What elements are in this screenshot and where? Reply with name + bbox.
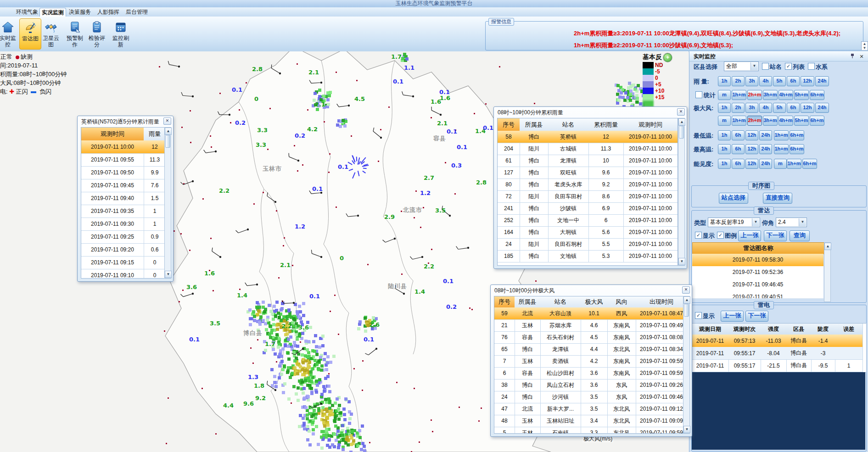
toolbar-radar-button[interactable]: 雷达图 <box>19 18 41 50</box>
interval-button-4h+m[interactable]: 4h+m <box>778 90 793 100</box>
interval-button-12h[interactable]: 12h <box>745 159 758 169</box>
rain-accum-popup-row[interactable]: 61博白龙潭镇102019-07-11 10:00 <box>498 155 678 167</box>
wind-max-popup-scroll-down-icon[interactable]: ▼ <box>683 426 690 433</box>
toolbar-calendar-button[interactable]: 监控刷新 <box>110 18 131 49</box>
station-rain-popup-row[interactable]: 2019-07-11 09:100 <box>81 269 166 279</box>
station-rain-popup-scrollbar[interactable]: ▲▼ <box>164 127 171 279</box>
interval-button-1h+m[interactable]: 1h+m <box>774 130 789 140</box>
toolbar-satellite-button[interactable]: 卫星云图 <box>40 18 62 49</box>
station-rain-popup-row[interactable]: 2019-07-11 09:509.9 <box>81 166 166 179</box>
district-列表-checkbox[interactable]: ✓ <box>785 63 792 70</box>
radar-list-scrollbar[interactable]: ▲ <box>824 242 831 302</box>
radar-image-item[interactable]: 2019-07-11 09:46:45 <box>692 279 823 291</box>
station-rain-popup-row[interactable]: 2019-07-11 09:351 <box>81 205 166 218</box>
menu-tab-2[interactable]: 实况监测 <box>39 8 66 17</box>
menu-tab-3[interactable]: 决策服务 <box>68 8 92 16</box>
query-button[interactable]: 查询 <box>790 230 810 241</box>
interval-button-3h[interactable]: 3h <box>745 103 758 113</box>
wind-max-popup-close-icon[interactable]: ✕ <box>682 286 690 294</box>
stat-checkbox[interactable] <box>695 91 702 98</box>
interval-button-m[interactable]: m <box>718 90 731 100</box>
station-rain-popup-row[interactable]: 2019-07-11 09:250.9 <box>81 230 166 243</box>
rain-accum-popup-scrollbar[interactable]: ▲▼ <box>678 118 685 266</box>
direct-query-button[interactable]: 直接查询 <box>763 193 792 204</box>
interval-button-6h+m[interactable]: 6h+m <box>810 90 824 100</box>
interval-button-3h+m[interactable]: 3h+m <box>763 116 778 126</box>
lightning-next-button[interactable]: 下一张 <box>745 311 768 322</box>
wind-max-popup-row[interactable]: 24博白沙河镇3.5东风2019-07-11 09:46 <box>494 391 687 403</box>
rain-accum-popup-row[interactable]: 72陆川良田车田村8.62019-07-11 10:00 <box>498 190 678 202</box>
station-rain-popup-row[interactable]: 2019-07-11 09:401.5 <box>81 192 166 205</box>
interval-button-24h[interactable]: 24h <box>815 76 829 86</box>
rain-accum-popup-scroll-up-icon[interactable]: ▲ <box>678 118 685 126</box>
district-select[interactable]: 全部▼ <box>724 61 759 71</box>
station-rain-popup-scroll-up-icon[interactable]: ▲ <box>165 128 172 135</box>
chevron-down-icon[interactable]: ▼ <box>799 218 806 226</box>
interval-button-6h[interactable]: 6h <box>787 76 800 86</box>
wind-max-popup-row[interactable]: 59北流大容山顶10.1西风2019-07-11 08:47 <box>494 307 687 319</box>
toolbar-home-button[interactable]: 实时监控 <box>0 18 18 49</box>
interval-button-5h[interactable]: 5h <box>773 76 786 86</box>
panel-close-icon[interactable]: ✕ <box>858 53 865 60</box>
alarm-scrollbar[interactable]: ▲▼ <box>861 41 868 50</box>
scroll-thumb[interactable] <box>684 304 689 317</box>
station-rain-popup-close-icon[interactable]: ✕ <box>163 117 171 125</box>
wind-max-popup-scroll-up-icon[interactable]: ▲ <box>683 296 690 304</box>
toolbar-warning-doc-button[interactable]: 预警制作 <box>64 18 85 49</box>
interval-button-6h+m[interactable]: 6h+m <box>790 144 804 154</box>
station-rain-popup-row[interactable]: 2019-07-11 09:150 <box>81 256 166 269</box>
station-rain-popup-row[interactable]: 2019-07-11 09:5511.3 <box>81 153 166 166</box>
interval-button-2h[interactable]: 2h <box>732 103 745 113</box>
scroll-thumb[interactable] <box>679 126 684 139</box>
interval-button-1h+m[interactable]: 1h+m <box>732 116 746 126</box>
menu-tab-1[interactable]: 环境气象 <box>15 8 39 16</box>
wind-max-popup-row[interactable]: 47北流新丰大罗...3.5东北风2019-07-11 09:12 <box>494 403 687 415</box>
interval-button-12h[interactable]: 12h <box>801 76 814 86</box>
radar-elev-select[interactable]: 2.4▼ <box>776 218 807 227</box>
interval-button-6h[interactable]: 6h <box>732 159 745 169</box>
rain-accum-popup-row[interactable]: 204陆川古城镇11.32019-07-11 10:00 <box>498 143 678 155</box>
wind-max-popup-row[interactable]: 7玉林卖酒镇4.2东南风2019-07-11 09:59 <box>494 355 687 367</box>
interval-button-24h[interactable]: 24h <box>759 159 772 169</box>
station-select-button[interactable]: 站点选择 <box>719 193 748 204</box>
interval-button-m[interactable]: m <box>774 159 787 169</box>
interval-button-24h[interactable]: 24h <box>759 130 772 140</box>
radar-image-item[interactable]: 2019-07-11 09:40:51 <box>692 291 823 299</box>
wind-max-popup-row[interactable]: 21玉林苏烟水库4.6东南风2019-07-11 09:49 <box>494 319 687 331</box>
interval-button-6h[interactable]: 6h <box>732 144 745 154</box>
interval-button-1h+m[interactable]: 1h+m <box>774 144 789 154</box>
interval-button-12h[interactable]: 12h <box>801 103 814 113</box>
interval-button-24h[interactable]: 24h <box>815 103 829 113</box>
wind-max-popup-row[interactable]: 65博白龙潭镇4.4东北风2019-07-11 08:34 <box>494 343 687 355</box>
interval-button-1h[interactable]: 1h <box>718 159 731 169</box>
interval-button-2h+m[interactable]: 2h+m <box>747 90 762 100</box>
wind-max-popup-row[interactable]: 38博白凤山立石村3.6东风2019-07-11 09:26 <box>494 379 687 391</box>
interval-button-4h+m[interactable]: 4h+m <box>778 116 793 126</box>
lightning-row[interactable]: 2019-07-1109:55:17-8.04博白县-3 <box>692 347 866 359</box>
station-rain-popup-row[interactable]: 2019-07-11 09:301 <box>81 218 166 230</box>
interval-button-1h[interactable]: 1h <box>718 76 731 86</box>
interval-button-4h[interactable]: 4h <box>759 76 772 86</box>
interval-button-1h[interactable]: 1h <box>718 144 731 154</box>
menu-tab-4[interactable]: 人影指挥 <box>96 8 120 16</box>
interval-button-5h[interactable]: 5h <box>773 103 786 113</box>
rain-accum-popup-row[interactable]: 185博白文地镇5.32019-07-11 10:00 <box>498 250 678 262</box>
interval-button-3h[interactable]: 3h <box>745 76 758 86</box>
wind-max-popup-row[interactable]: 6容县松山沙田村3.6东南风2019-07-11 09:59 <box>494 367 687 379</box>
radar-图例-checkbox[interactable]: ✓ <box>717 232 724 239</box>
interval-button-6h[interactable]: 6h <box>787 103 800 113</box>
toolbar-clipboard-button[interactable]: 检验评分 <box>86 18 107 49</box>
radar-scroll-up-icon[interactable]: ▲ <box>824 243 831 250</box>
interval-button-6h+m[interactable]: 6h+m <box>802 159 817 169</box>
wind-max-popup-row[interactable]: 48玉林玉林站旧址3.4东北风2019-07-11 09:09 <box>494 415 687 427</box>
station-rain-popup-row[interactable]: 2019-07-11 10:0012 <box>81 140 166 153</box>
chevron-down-icon[interactable]: ▼ <box>750 62 758 70</box>
district-水系-checkbox[interactable] <box>808 63 815 70</box>
lightning-row[interactable]: 2019-07-1109:57:13-11.03博白县-1.4 <box>692 335 866 347</box>
lightning-show-checkbox[interactable]: ✓ <box>695 312 702 319</box>
interval-button-1h[interactable]: 1h <box>718 130 731 140</box>
rain-accum-popup-row[interactable]: 80博白老虎头水库9.22019-07-11 10:00 <box>498 179 678 190</box>
radar-image-item[interactable]: 2019-07-11 09:52:36 <box>692 266 823 279</box>
rain-accum-popup-row[interactable]: 127博白双旺镇9.62019-07-11 10:00 <box>498 167 678 179</box>
colorbar-expand-button[interactable]: + <box>663 53 672 62</box>
